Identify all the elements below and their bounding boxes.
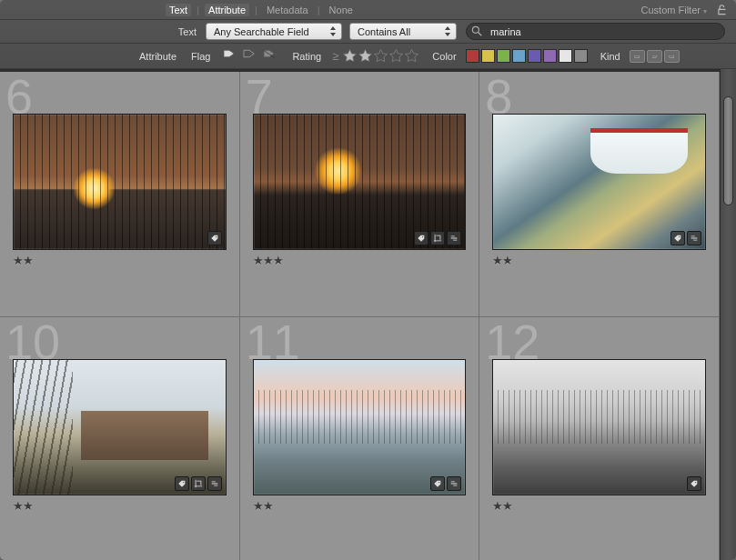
thumbnail-image[interactable] bbox=[492, 114, 706, 250]
color-label: Color bbox=[432, 51, 456, 62]
color-swatch-0[interactable] bbox=[466, 49, 479, 63]
flag-picked-icon[interactable] bbox=[219, 47, 239, 65]
color-swatch-1[interactable] bbox=[481, 49, 495, 63]
text-label: Text bbox=[142, 26, 197, 37]
color-swatch-7[interactable] bbox=[574, 49, 588, 63]
adjust-badge-icon[interactable] bbox=[447, 231, 461, 245]
search-input[interactable] bbox=[466, 23, 725, 40]
search-rule-select[interactable]: Contains All bbox=[349, 23, 457, 40]
grid-cell[interactable]: 11★★ bbox=[240, 317, 480, 560]
lock-icon[interactable] bbox=[716, 4, 729, 16]
filter-tabs-row: Text | Attribute | Metadata | None Custo… bbox=[0, 0, 736, 20]
flag-rejected-icon[interactable] bbox=[259, 47, 279, 65]
keyword-badge-icon[interactable] bbox=[175, 476, 189, 491]
keyword-badge-icon[interactable] bbox=[207, 231, 222, 245]
crop-badge-icon[interactable] bbox=[191, 476, 206, 491]
adjust-badge-icon[interactable] bbox=[687, 231, 701, 245]
kind-virtual-icon[interactable]: ▱ bbox=[647, 50, 662, 63]
keyword-badge-icon[interactable] bbox=[687, 476, 701, 491]
thumbnail-image[interactable] bbox=[13, 359, 227, 495]
search-field-select[interactable]: Any Searchable Field bbox=[206, 23, 342, 40]
keyword-badge-icon[interactable] bbox=[670, 231, 685, 245]
rating-label: Rating bbox=[292, 51, 321, 62]
flag-filter-group bbox=[219, 47, 279, 65]
flag-unflagged-icon[interactable] bbox=[239, 47, 259, 65]
attribute-filter-row: Attribute Flag Rating ≥ Color Kind ▭ ▱ ▭ bbox=[0, 44, 736, 69]
rating-star-5[interactable] bbox=[404, 48, 419, 64]
thumbnail-image[interactable] bbox=[253, 359, 467, 495]
attribute-label: Attribute bbox=[122, 51, 176, 62]
adjust-badge-icon[interactable] bbox=[447, 476, 461, 491]
thumbnail-image[interactable] bbox=[13, 114, 227, 250]
rating-star-2[interactable] bbox=[358, 48, 373, 64]
grid-cell[interactable]: 10★★ bbox=[0, 317, 240, 560]
crop-badge-icon[interactable] bbox=[430, 231, 445, 245]
grid-scrollbar[interactable] bbox=[720, 69, 736, 560]
color-swatch-2[interactable] bbox=[497, 49, 510, 63]
thumbnail-image[interactable] bbox=[492, 359, 706, 495]
kind-master-icon[interactable]: ▭ bbox=[630, 50, 645, 63]
adjust-badge-icon[interactable] bbox=[207, 476, 222, 491]
library-filter-bar: Text | Attribute | Metadata | None Custo… bbox=[0, 0, 736, 69]
color-swatch-3[interactable] bbox=[512, 49, 526, 63]
cell-rating[interactable]: ★★ bbox=[13, 495, 227, 513]
custom-filter-dropdown[interactable]: Custom Filter ▾ bbox=[638, 5, 711, 15]
filter-tab-metadata[interactable]: Metadata bbox=[263, 4, 312, 16]
filter-tab-text[interactable]: Text bbox=[166, 4, 191, 16]
rating-star-4[interactable] bbox=[388, 48, 404, 64]
thumbnail-image[interactable] bbox=[253, 114, 467, 250]
cell-rating[interactable]: ★★★ bbox=[253, 250, 467, 267]
cell-rating[interactable]: ★★ bbox=[492, 250, 706, 267]
text-filter-row: Text Any Searchable Field Contains All bbox=[0, 20, 736, 44]
flag-label: Flag bbox=[191, 51, 210, 62]
rating-star-1[interactable] bbox=[342, 48, 358, 64]
scrollbar-thumb[interactable] bbox=[723, 96, 733, 205]
grid-cell[interactable]: 6★★ bbox=[0, 72, 240, 317]
cell-rating[interactable]: ★★ bbox=[253, 495, 467, 513]
grid-cell[interactable]: 12★★ bbox=[479, 317, 720, 560]
color-swatch-4[interactable] bbox=[528, 49, 541, 63]
kind-video-icon[interactable]: ▭ bbox=[664, 50, 680, 63]
cell-rating[interactable]: ★★ bbox=[492, 495, 706, 513]
svg-line-1 bbox=[479, 33, 482, 36]
filter-tab-none[interactable]: None bbox=[326, 4, 357, 16]
keyword-badge-icon[interactable] bbox=[414, 231, 428, 245]
rating-star-3[interactable] bbox=[373, 48, 388, 64]
svg-point-0 bbox=[472, 26, 479, 33]
kind-label: Kind bbox=[600, 51, 620, 62]
keyword-badge-icon[interactable] bbox=[430, 476, 445, 491]
grid-cell[interactable]: 8★★ bbox=[479, 72, 720, 317]
grid-cell[interactable]: 7★★★ bbox=[240, 72, 480, 317]
search-icon bbox=[470, 25, 483, 37]
rating-filter-group bbox=[342, 48, 419, 64]
kind-filter-group: ▭ ▱ ▭ bbox=[630, 50, 680, 63]
color-swatch-5[interactable] bbox=[543, 49, 557, 63]
color-swatch-6[interactable] bbox=[559, 49, 572, 63]
rating-operator[interactable]: ≥ bbox=[332, 49, 338, 63]
filter-tab-attribute[interactable]: Attribute bbox=[205, 4, 249, 16]
cell-rating[interactable]: ★★ bbox=[13, 250, 227, 267]
color-filter-group bbox=[466, 49, 588, 63]
thumbnail-grid: 6★★7★★★8★★10★★11★★12★★ bbox=[0, 69, 720, 560]
